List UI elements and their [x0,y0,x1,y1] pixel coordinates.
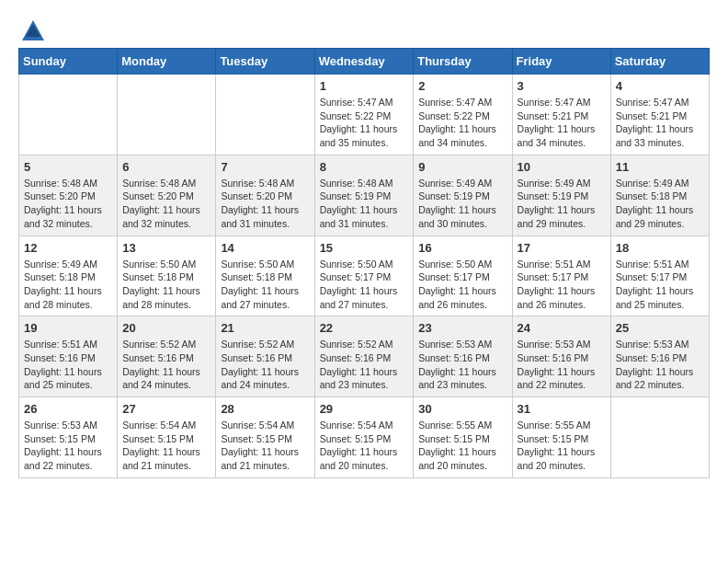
day-number: 28 [221,402,309,416]
calendar-cell: 24Sunrise: 5:53 AMSunset: 5:16 PMDayligh… [512,316,610,397]
day-number: 15 [320,241,409,255]
calendar-cell: 23Sunrise: 5:53 AMSunset: 5:16 PMDayligh… [414,316,512,397]
day-number: 11 [616,160,704,174]
day-number: 20 [122,321,210,335]
day-info: Sunrise: 5:48 AMSunset: 5:20 PMDaylight:… [122,177,210,231]
day-number: 27 [122,402,210,416]
day-number: 22 [320,321,409,335]
calendar-cell: 9Sunrise: 5:49 AMSunset: 5:19 PMDaylight… [414,155,512,236]
day-number: 2 [418,79,506,93]
calendar-cell [118,75,216,155]
day-number: 4 [616,79,704,93]
day-info: Sunrise: 5:47 AMSunset: 5:21 PMDaylight:… [616,96,704,150]
day-number: 16 [418,241,506,255]
day-info: Sunrise: 5:51 AMSunset: 5:16 PMDaylight:… [24,338,112,392]
day-number: 17 [518,241,606,255]
calendar-cell: 17Sunrise: 5:51 AMSunset: 5:17 PMDayligh… [512,236,610,316]
calendar-cell: 10Sunrise: 5:49 AMSunset: 5:19 PMDayligh… [512,155,610,236]
calendar-cell: 28Sunrise: 5:54 AMSunset: 5:15 PMDayligh… [216,397,314,478]
day-number: 21 [221,321,309,335]
day-number: 5 [24,160,112,174]
day-number: 25 [616,321,704,335]
calendar-cell: 7Sunrise: 5:48 AMSunset: 5:20 PMDaylight… [216,155,314,236]
day-number: 23 [418,321,506,335]
calendar-cell: 22Sunrise: 5:52 AMSunset: 5:16 PMDayligh… [314,316,414,397]
day-info: Sunrise: 5:54 AMSunset: 5:15 PMDaylight:… [221,419,309,473]
calendar-cell: 2Sunrise: 5:47 AMSunset: 5:22 PMDaylight… [414,75,512,155]
day-info: Sunrise: 5:47 AMSunset: 5:22 PMDaylight:… [418,96,506,150]
weekday-header-saturday: Saturday [610,49,709,75]
day-number: 30 [418,402,506,416]
day-number: 29 [320,402,409,416]
day-info: Sunrise: 5:49 AMSunset: 5:19 PMDaylight:… [418,177,506,231]
week-row-4: 19Sunrise: 5:51 AMSunset: 5:16 PMDayligh… [19,316,710,397]
day-info: Sunrise: 5:49 AMSunset: 5:18 PMDaylight:… [616,177,704,231]
day-info: Sunrise: 5:49 AMSunset: 5:18 PMDaylight:… [24,258,112,312]
day-info: Sunrise: 5:51 AMSunset: 5:17 PMDaylight:… [616,258,704,312]
calendar-cell: 18Sunrise: 5:51 AMSunset: 5:17 PMDayligh… [610,236,709,316]
calendar-cell: 13Sunrise: 5:50 AMSunset: 5:18 PMDayligh… [118,236,216,316]
day-info: Sunrise: 5:53 AMSunset: 5:16 PMDaylight:… [418,338,506,392]
weekday-header-thursday: Thursday [414,49,512,75]
day-number: 9 [418,160,506,174]
day-number: 1 [320,79,409,93]
calendar-cell: 3Sunrise: 5:47 AMSunset: 5:21 PMDaylight… [512,75,610,155]
calendar-cell: 12Sunrise: 5:49 AMSunset: 5:18 PMDayligh… [19,236,118,316]
calendar-cell: 26Sunrise: 5:53 AMSunset: 5:15 PMDayligh… [19,397,118,478]
calendar-cell: 25Sunrise: 5:53 AMSunset: 5:16 PMDayligh… [610,316,709,397]
day-info: Sunrise: 5:50 AMSunset: 5:17 PMDaylight:… [320,258,409,312]
day-info: Sunrise: 5:50 AMSunset: 5:18 PMDaylight:… [122,258,210,312]
calendar-cell: 29Sunrise: 5:54 AMSunset: 5:15 PMDayligh… [314,397,414,478]
day-number: 26 [24,402,112,416]
day-number: 18 [616,241,704,255]
day-number: 19 [24,321,112,335]
day-info: Sunrise: 5:50 AMSunset: 5:17 PMDaylight:… [418,258,506,312]
calendar-cell [610,397,709,478]
calendar-cell [19,75,118,155]
day-info: Sunrise: 5:52 AMSunset: 5:16 PMDaylight:… [221,338,309,392]
calendar-table: SundayMondayTuesdayWednesdayThursdayFrid… [18,48,710,478]
weekday-header-wednesday: Wednesday [314,49,414,75]
week-row-2: 5Sunrise: 5:48 AMSunset: 5:20 PMDaylight… [19,155,710,236]
calendar-cell: 14Sunrise: 5:50 AMSunset: 5:18 PMDayligh… [216,236,314,316]
week-row-3: 12Sunrise: 5:49 AMSunset: 5:18 PMDayligh… [19,236,710,316]
calendar-cell: 8Sunrise: 5:48 AMSunset: 5:19 PMDaylight… [314,155,414,236]
week-row-1: 1Sunrise: 5:47 AMSunset: 5:22 PMDaylight… [19,75,710,155]
day-number: 14 [221,241,309,255]
calendar-cell: 27Sunrise: 5:54 AMSunset: 5:15 PMDayligh… [118,397,216,478]
day-info: Sunrise: 5:49 AMSunset: 5:19 PMDaylight:… [518,177,606,231]
day-info: Sunrise: 5:53 AMSunset: 5:16 PMDaylight:… [616,338,704,392]
calendar-cell: 6Sunrise: 5:48 AMSunset: 5:20 PMDaylight… [118,155,216,236]
day-number: 10 [518,160,606,174]
calendar-cell: 30Sunrise: 5:55 AMSunset: 5:15 PMDayligh… [414,397,512,478]
weekday-header-tuesday: Tuesday [216,49,314,75]
page-header [18,18,710,39]
day-info: Sunrise: 5:48 AMSunset: 5:20 PMDaylight:… [24,177,112,231]
day-number: 12 [24,241,112,255]
calendar-cell: 16Sunrise: 5:50 AMSunset: 5:17 PMDayligh… [414,236,512,316]
week-row-5: 26Sunrise: 5:53 AMSunset: 5:15 PMDayligh… [19,397,710,478]
calendar-cell: 20Sunrise: 5:52 AMSunset: 5:16 PMDayligh… [118,316,216,397]
weekday-header-row: SundayMondayTuesdayWednesdayThursdayFrid… [19,49,710,75]
day-info: Sunrise: 5:52 AMSunset: 5:16 PMDaylight:… [320,338,409,392]
calendar-cell: 31Sunrise: 5:55 AMSunset: 5:15 PMDayligh… [512,397,610,478]
calendar-cell: 11Sunrise: 5:49 AMSunset: 5:18 PMDayligh… [610,155,709,236]
day-info: Sunrise: 5:47 AMSunset: 5:22 PMDaylight:… [320,96,409,150]
day-info: Sunrise: 5:55 AMSunset: 5:15 PMDaylight:… [518,419,606,473]
day-number: 8 [320,160,409,174]
day-info: Sunrise: 5:48 AMSunset: 5:20 PMDaylight:… [221,177,309,231]
day-info: Sunrise: 5:47 AMSunset: 5:21 PMDaylight:… [518,96,606,150]
day-info: Sunrise: 5:51 AMSunset: 5:17 PMDaylight:… [518,258,606,312]
day-info: Sunrise: 5:54 AMSunset: 5:15 PMDaylight:… [122,419,210,473]
weekday-header-friday: Friday [512,49,610,75]
calendar-cell: 15Sunrise: 5:50 AMSunset: 5:17 PMDayligh… [314,236,414,316]
logo [18,18,46,39]
day-info: Sunrise: 5:48 AMSunset: 5:19 PMDaylight:… [320,177,409,231]
day-info: Sunrise: 5:53 AMSunset: 5:16 PMDaylight:… [518,338,606,392]
day-info: Sunrise: 5:50 AMSunset: 5:18 PMDaylight:… [221,258,309,312]
day-number: 6 [122,160,210,174]
day-number: 13 [122,241,210,255]
logo-icon [20,18,46,44]
day-number: 3 [518,79,606,93]
calendar-cell: 1Sunrise: 5:47 AMSunset: 5:22 PMDaylight… [314,75,414,155]
